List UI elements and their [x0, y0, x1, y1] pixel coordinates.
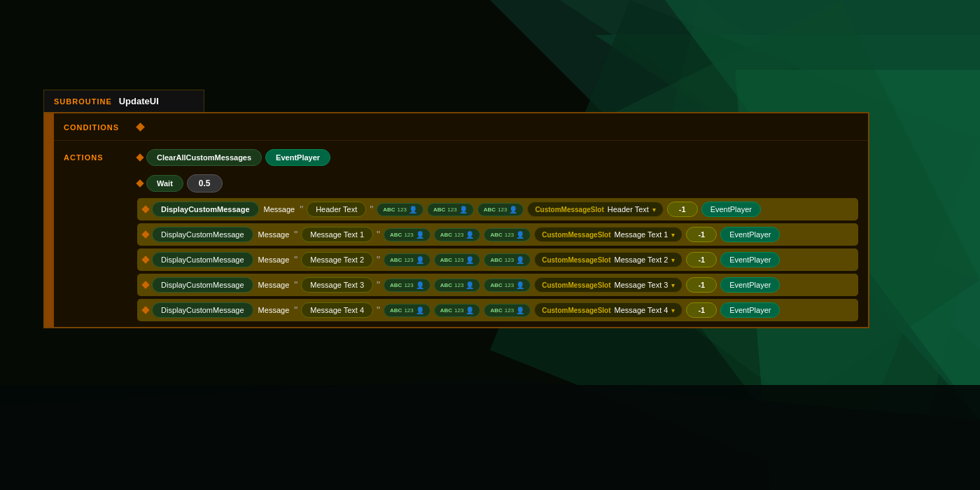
message-label-3: Message — [258, 281, 290, 289]
close-quote-2: " — [377, 254, 380, 265]
row-diamond-5 — [141, 255, 149, 263]
conditions-diamond — [136, 122, 145, 132]
conditions-row: CONDITIONS — [54, 113, 868, 141]
abc-pill-1a[interactable]: ABC 123 👤 — [384, 228, 430, 241]
abc-pill-1c[interactable]: ABC 123 👤 — [484, 228, 531, 241]
row-diamond-1 — [136, 153, 144, 161]
wait-row: Wait 0.5 — [137, 172, 858, 195]
custom-message-slot-3[interactable]: CustomMessageSlot Message Text 3 ▾ — [534, 277, 682, 293]
event-player-btn-4[interactable]: EventPlayer — [720, 302, 780, 318]
abc-pill-0a[interactable]: ABC 123 👤 — [377, 203, 424, 216]
close-quote-1: " — [377, 229, 380, 240]
close-quote-0: " — [370, 204, 373, 215]
main-panel: SUBROUTINE UpdateUI CONDITIONS ACTIONS — [43, 90, 869, 328]
display-row-4: DisplayCustomMessage Message " Message T… — [137, 299, 858, 321]
number-pill-0[interactable]: -1 — [667, 202, 698, 217]
wait-value[interactable]: 0.5 — [187, 174, 223, 192]
display-row-3: DisplayCustomMessage Message " Message T… — [137, 274, 858, 296]
wait-button[interactable]: Wait — [146, 175, 183, 192]
abc-pill-4b[interactable]: ABC 123 👤 — [434, 304, 481, 317]
abc-pill-4a[interactable]: ABC 123 👤 — [384, 304, 430, 317]
text-field-4[interactable]: Message Text 4 — [301, 302, 373, 318]
close-quote-3: " — [377, 279, 380, 290]
display-custom-message-btn-4[interactable]: DisplayCustomMessage — [152, 302, 253, 318]
abc-pill-3a[interactable]: ABC 123 👤 — [384, 279, 430, 292]
subroutine-header: SUBROUTINE UpdateUI — [43, 90, 204, 112]
abc-pill-2c[interactable]: ABC 123 👤 — [484, 253, 531, 267]
left-bar — [45, 113, 54, 327]
open-quote-3: " — [294, 279, 298, 290]
display-custom-message-btn-2[interactable]: DisplayCustomMessage — [152, 252, 253, 267]
actions-label: ACTIONS — [64, 153, 104, 162]
abc-pill-0c[interactable]: ABC 123 👤 — [477, 203, 524, 216]
display-row-1: DisplayCustomMessage Message " Message T… — [137, 223, 858, 246]
message-label-4: Message — [258, 306, 290, 314]
close-quote-4: " — [377, 304, 380, 316]
abc-pill-1b[interactable]: ABC 123 👤 — [434, 228, 481, 241]
message-label-1: Message — [258, 230, 290, 239]
subroutine-label: SUBROUTINE — [54, 97, 112, 106]
event-player-button-1[interactable]: EventPlayer — [265, 149, 330, 166]
text-field-3[interactable]: Message Text 3 — [301, 277, 373, 293]
conditions-label: CONDITIONS — [64, 123, 119, 132]
number-pill-1[interactable]: -1 — [686, 227, 717, 242]
clear-messages-row: ClearAllCustomMessages EventPlayer — [137, 146, 858, 169]
message-label-0: Message — [264, 205, 295, 214]
header-text-field-0[interactable]: Header Text — [307, 202, 366, 217]
row-diamond-7 — [141, 306, 149, 314]
abc-pill-2b[interactable]: ABC 123 👤 — [434, 253, 481, 267]
message-label-2: Message — [258, 255, 290, 264]
row-diamond-4 — [141, 230, 149, 238]
clear-all-button[interactable]: ClearAllCustomMessages — [146, 149, 262, 166]
body-panel: CONDITIONS ACTIONS — [43, 112, 869, 328]
event-player-btn-2[interactable]: EventPlayer — [720, 252, 780, 267]
subroutine-name: UpdateUI — [119, 96, 159, 106]
open-quote-2: " — [294, 254, 298, 265]
abc-pill-2a[interactable]: ABC 123 👤 — [384, 253, 430, 267]
row-diamond-6 — [141, 281, 149, 288]
display-row-2: DisplayCustomMessage Message " Message T… — [137, 248, 858, 271]
custom-message-slot-2[interactable]: CustomMessageSlot Message Text 2 ▾ — [534, 252, 682, 267]
abc-pill-3c[interactable]: ABC 123 👤 — [484, 279, 531, 292]
custom-message-slot-1[interactable]: CustomMessageSlot Message Text 1 ▾ — [534, 227, 682, 242]
event-player-btn-3[interactable]: EventPlayer — [720, 277, 780, 293]
text-field-2[interactable]: Message Text 2 — [301, 252, 373, 267]
custom-message-slot-4[interactable]: CustomMessageSlot Message Text 4 ▾ — [534, 302, 682, 318]
display-custom-message-btn-0[interactable]: DisplayCustomMessage — [152, 202, 259, 217]
row-diamond-2 — [136, 179, 144, 187]
text-field-1[interactable]: Message Text 1 — [301, 227, 373, 242]
custom-message-slot-0[interactable]: CustomMessageSlot Header Text ▾ — [527, 202, 663, 217]
display-custom-message-btn-1[interactable]: DisplayCustomMessage — [152, 227, 253, 242]
number-pill-4[interactable]: -1 — [686, 302, 717, 318]
event-player-btn-0[interactable]: EventPlayer — [701, 202, 761, 217]
row-diamond-3 — [141, 205, 149, 213]
actions-content: ClearAllCustomMessages EventPlayer Wait — [137, 146, 858, 321]
number-pill-3[interactable]: -1 — [686, 277, 717, 293]
abc-pill-3b[interactable]: ABC 123 👤 — [434, 279, 481, 292]
number-pill-2[interactable]: -1 — [686, 252, 717, 267]
display-custom-message-btn-3[interactable]: DisplayCustomMessage — [152, 277, 253, 293]
event-player-btn-1[interactable]: EventPlayer — [720, 227, 780, 242]
open-quote-0: " — [300, 204, 303, 215]
open-quote-4: " — [294, 304, 298, 316]
open-quote-1: " — [294, 229, 298, 240]
abc-pill-4c[interactable]: ABC 123 👤 — [484, 304, 531, 317]
display-row-0: DisplayCustomMessage Message " Header Te… — [137, 198, 858, 220]
abc-pill-0b[interactable]: ABC 123 👤 — [427, 203, 474, 216]
actions-section: ACTIONS ClearAllCustomMessages EventPlay… — [54, 141, 868, 327]
